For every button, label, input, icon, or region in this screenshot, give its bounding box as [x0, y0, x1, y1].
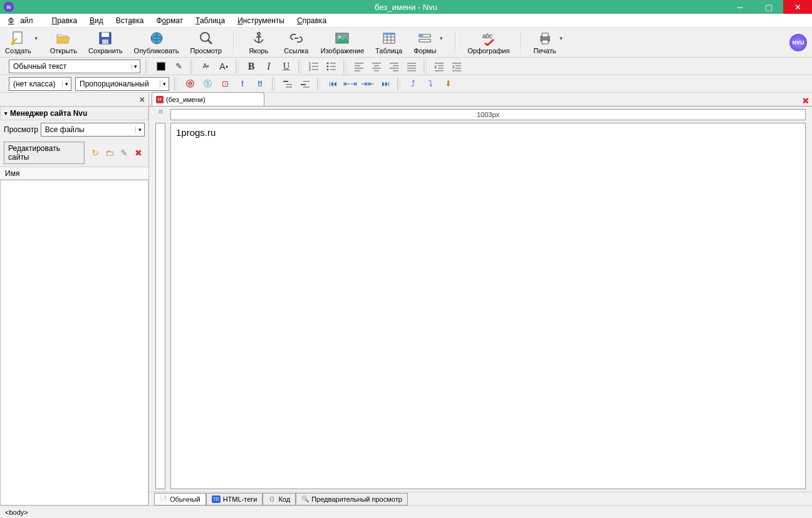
align-justify-button[interactable]: [405, 60, 419, 73]
sidebar-close-icon[interactable]: ×: [140, 95, 145, 105]
close-button[interactable]: ✕: [783, 0, 812, 14]
anchor-icon: [251, 31, 266, 46]
view-combo[interactable]: Все файлы ▾: [41, 123, 145, 137]
separator: [174, 77, 178, 91]
chevron-down-icon: ▾: [160, 81, 166, 87]
viewtab-normal[interactable]: 📄 Обычный: [154, 493, 206, 505]
layer-next-button[interactable]: ⏭: [378, 77, 392, 91]
preview-button[interactable]: Просмотр: [190, 31, 222, 54]
class-combo[interactable]: (нет класса) ▾: [9, 77, 71, 91]
menu-view[interactable]: Вид: [83, 15, 110, 26]
outdent-button[interactable]: [432, 60, 446, 73]
separator: [233, 31, 234, 54]
separator: [317, 77, 321, 91]
separator: [424, 60, 427, 73]
folder-icon[interactable]: 🗀: [104, 147, 116, 158]
link-button[interactable]: Ссылка: [283, 31, 310, 54]
print-icon: [538, 31, 553, 46]
font-value: Пропорциональный: [80, 80, 149, 88]
view-value: Все файлы: [45, 125, 85, 134]
refresh-icon[interactable]: ↻: [90, 147, 102, 158]
viewtab-source-label: Код: [278, 495, 290, 503]
open-button[interactable]: Открыть: [50, 31, 77, 54]
menu-table[interactable]: Таблица: [189, 15, 231, 26]
highlight-button[interactable]: ✎: [172, 60, 185, 73]
menu-edit[interactable]: Правка: [46, 15, 84, 26]
paragraph-combo[interactable]: Обычный текст ▾: [9, 60, 140, 73]
viewtab-preview[interactable]: 🔍 Предварительный просмотр: [296, 493, 408, 505]
tab-close-icon[interactable]: ✖: [802, 96, 809, 106]
separator: [190, 60, 194, 73]
maximize-button[interactable]: ▢: [754, 0, 783, 14]
minimize-button[interactable]: ─: [726, 0, 754, 14]
edit-sites-button[interactable]: Редактировать сайты: [4, 142, 85, 164]
italic-button[interactable]: I: [262, 60, 276, 73]
menu-help[interactable]: Справка: [291, 15, 333, 26]
layer-send-button[interactable]: ⬇: [441, 77, 455, 91]
layer-prev-button[interactable]: ⏮: [326, 77, 340, 91]
exclaim2-button[interactable]: ‼: [253, 77, 267, 91]
forms-button[interactable]: Формы ▼: [414, 31, 444, 54]
chevron-down-icon: ▾: [131, 63, 137, 70]
viewtab-tags[interactable]: TD HTML-теги: [206, 493, 263, 505]
text-color-button[interactable]: [154, 60, 168, 73]
save-button[interactable]: Сохранить: [88, 31, 123, 54]
svg-point-34: [327, 68, 329, 70]
document-tab[interactable]: H (без_имени): [152, 92, 264, 106]
menu-tools[interactable]: Инструменты: [231, 15, 291, 26]
layer-shrink-button[interactable]: ⇤⇥: [343, 77, 357, 91]
file-list[interactable]: [0, 180, 148, 505]
print-button[interactable]: Печать ▼: [533, 31, 563, 54]
font-decrease-button[interactable]: A▾: [199, 60, 213, 73]
nvu-logo: NVU: [789, 34, 807, 51]
emphasis-button[interactable]: ⓔ: [183, 77, 197, 91]
align-left-button[interactable]: [352, 60, 366, 73]
layer-up-button[interactable]: ⤴: [406, 77, 420, 91]
menu-file[interactable]: Файлdocument.currentScript.previousSibli…: [2, 15, 46, 26]
layer-down-button[interactable]: ⤵: [424, 77, 437, 91]
align-right-button[interactable]: [387, 60, 401, 73]
ruler-vertical[interactable]: [155, 123, 165, 489]
chevron-down-icon: ▾: [62, 81, 68, 87]
new-button[interactable]: Создать ▼: [5, 31, 39, 54]
editor[interactable]: 1progs.ru: [170, 123, 806, 489]
svg-point-8: [258, 33, 260, 35]
table-button[interactable]: Таблица: [375, 31, 402, 54]
filelist-header[interactable]: Имя: [0, 167, 148, 180]
strong-button[interactable]: ⓢ: [200, 77, 214, 91]
svg-rect-24: [542, 33, 548, 37]
code-button[interactable]: ⊡: [218, 77, 232, 91]
delete-icon[interactable]: ✖: [133, 147, 145, 158]
numbered-list-button[interactable]: 123: [307, 60, 321, 73]
spell-button[interactable]: abc Орфография: [467, 31, 509, 54]
indent-button[interactable]: [450, 60, 464, 73]
dt-button[interactable]: [298, 77, 312, 91]
ruler-horizontal[interactable]: 1003px: [170, 109, 806, 120]
bullet-list-button[interactable]: [325, 60, 338, 73]
image-button[interactable]: Изображение: [321, 31, 364, 54]
underline-button[interactable]: U: [279, 60, 293, 73]
publish-icon: [149, 31, 164, 46]
separator: [236, 60, 239, 73]
rename-icon[interactable]: ✎: [118, 147, 130, 158]
dl-button[interactable]: [281, 77, 294, 91]
align-center-button[interactable]: [370, 60, 383, 73]
viewtab-source[interactable]: ⟨⟩ Код: [263, 493, 296, 505]
svg-text:abc: abc: [482, 33, 492, 39]
menu-format[interactable]: Формат: [150, 15, 189, 26]
page-icon: 📄: [160, 495, 167, 503]
publish-button[interactable]: Опубликовать: [134, 31, 179, 54]
bold-button[interactable]: B: [244, 60, 258, 73]
svg-text:3: 3: [309, 68, 311, 71]
table-label: Таблица: [375, 47, 402, 54]
anchor-button[interactable]: Якорь: [246, 31, 272, 54]
app-icon: N: [4, 2, 14, 12]
main-toolbar: Создать ▼ Открыть Сохранить Опубликовать…: [0, 28, 812, 58]
site-manager-header[interactable]: ▾ Менеджер сайта Nvu: [0, 106, 148, 120]
font-increase-button[interactable]: A▴: [217, 60, 231, 73]
font-combo[interactable]: Пропорциональный ▾: [75, 77, 169, 91]
link-label: Ссылка: [284, 47, 308, 54]
exclaim-button[interactable]: !: [236, 77, 249, 91]
menu-insert[interactable]: Вставка: [110, 15, 150, 26]
layer-expand-button[interactable]: ⇥⇤: [361, 77, 375, 91]
